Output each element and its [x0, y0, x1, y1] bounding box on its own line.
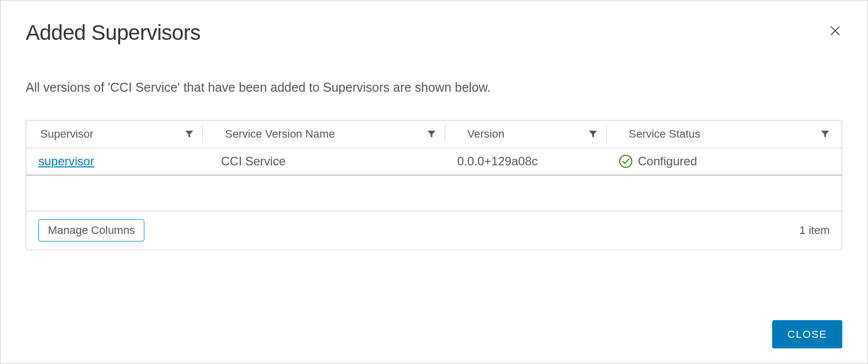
cell-supervisor: supervisor — [26, 148, 203, 174]
close-button[interactable]: CLOSE — [772, 320, 842, 348]
item-count: 1 item — [799, 224, 830, 237]
column-header-label: Service Version Name — [225, 128, 335, 141]
cell-version: 0.0.0+129a08c — [445, 148, 607, 174]
modal-footer: CLOSE — [26, 320, 842, 348]
column-header-version[interactable]: Version — [445, 120, 607, 148]
column-header-label: Version — [467, 128, 504, 141]
close-icon[interactable] — [828, 24, 842, 38]
supervisor-link[interactable]: supervisor — [38, 154, 94, 168]
filter-icon[interactable] — [427, 130, 436, 139]
modal-description: All versions of 'CCI Service' that have … — [26, 80, 842, 95]
filter-icon[interactable] — [821, 130, 830, 139]
table-spacer — [26, 176, 842, 211]
added-supervisors-modal: Added Supervisors All versions of 'CCI S… — [0, 0, 868, 364]
modal-header: Added Supervisors — [26, 21, 842, 45]
column-header-service-version-name[interactable]: Service Version Name — [203, 120, 445, 148]
table-header-row: Supervisor Service Version Name Version … — [26, 120, 842, 148]
column-header-service-status[interactable]: Service Status — [607, 120, 842, 148]
filter-icon[interactable] — [185, 130, 194, 139]
cell-service-version-name: CCI Service — [203, 148, 445, 174]
supervisors-table: Supervisor Service Version Name Version … — [26, 120, 842, 250]
check-circle-icon — [619, 154, 633, 168]
filter-icon[interactable] — [588, 130, 598, 139]
cell-service-status: Configured — [607, 148, 842, 174]
manage-columns-button[interactable]: Manage Columns — [38, 219, 144, 241]
column-header-supervisor[interactable]: Supervisor — [26, 120, 203, 148]
column-header-label: Service Status — [629, 128, 700, 141]
table-footer: Manage Columns 1 item — [26, 211, 842, 250]
modal-title: Added Supervisors — [26, 21, 200, 45]
svg-point-2 — [620, 155, 632, 167]
table-row: supervisor CCI Service 0.0.0+129a08c Con… — [26, 148, 842, 176]
status-text: Configured — [638, 154, 697, 168]
column-header-label: Supervisor — [40, 128, 93, 141]
